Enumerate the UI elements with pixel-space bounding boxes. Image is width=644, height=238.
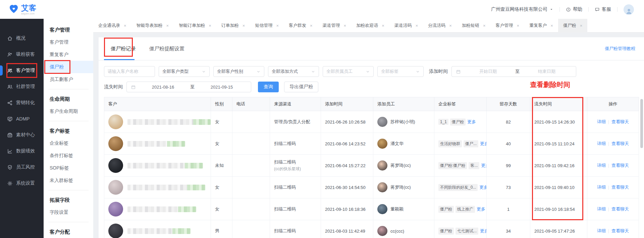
close-icon[interactable]: × bbox=[517, 23, 520, 28]
corp-tag: 僵尸粉 bbox=[438, 228, 454, 235]
detail-link[interactable]: 详细 bbox=[597, 228, 606, 233]
window-tab[interactable]: 渠道活码× bbox=[389, 19, 423, 33]
sidebar-item[interactable]: 素材中心 bbox=[0, 127, 44, 143]
close-icon[interactable]: × bbox=[166, 23, 169, 28]
detail-link[interactable]: 详细 bbox=[597, 206, 606, 211]
sidebar-item[interactable]: 员工风控 bbox=[0, 159, 44, 175]
submenu-item[interactable]: 企业标签 bbox=[44, 137, 93, 149]
actions-cell: 详细查看聊天 bbox=[587, 155, 639, 177]
view-chat-link[interactable]: 查看聊天 bbox=[611, 163, 629, 168]
close-icon[interactable]: × bbox=[276, 23, 279, 28]
lost-time-range-picker[interactable]: 2021-08-16 至 2021-09-15 bbox=[126, 82, 251, 92]
submenu-item[interactable]: 僵尸粉 bbox=[44, 61, 93, 73]
close-icon[interactable]: × bbox=[344, 23, 346, 28]
window-tab[interactable]: 加粉短链× bbox=[457, 19, 491, 33]
add-time-range-picker[interactable]: 开始日期 至 结束日期 bbox=[451, 66, 576, 77]
more-tags-link[interactable]: 更多 bbox=[479, 185, 486, 190]
retention-days-cell: 1 bbox=[487, 198, 530, 220]
sidebar-item[interactable]: 系统设置 bbox=[0, 175, 44, 191]
submenu-item[interactable]: 条件打标签 bbox=[44, 149, 93, 162]
close-icon[interactable]: × bbox=[310, 23, 313, 28]
search-button[interactable]: 查询 bbox=[258, 82, 279, 92]
view-chat-link[interactable]: 查看聊天 bbox=[611, 141, 629, 146]
filter-select[interactable]: 全部添加方式 bbox=[268, 66, 319, 77]
sidebar-item[interactable]: 数据绩效 bbox=[0, 143, 44, 159]
filter-select[interactable]: 全部客户性别 bbox=[213, 66, 264, 77]
submenu-section-title: 客户分配 bbox=[44, 226, 93, 238]
window-tab[interactable]: 客户群发× bbox=[284, 19, 318, 33]
window-tab[interactable]: 订单加粉× bbox=[216, 19, 250, 33]
user-avatar[interactable] bbox=[624, 4, 634, 15]
filter-select[interactable]: 全部标签 bbox=[377, 66, 424, 77]
window-tab[interactable]: 渠道管理× bbox=[318, 19, 352, 33]
window-tab[interactable]: 智能导表加粉× bbox=[131, 19, 174, 33]
attract-fans-icon bbox=[7, 52, 13, 57]
view-chat-link[interactable]: 查看聊天 bbox=[611, 119, 629, 124]
filter-select[interactable]: 全部客户类型 bbox=[159, 66, 210, 77]
calendar-icon bbox=[131, 85, 136, 90]
close-icon[interactable]: × bbox=[580, 23, 583, 28]
window-tab[interactable]: 短信管理× bbox=[250, 19, 284, 33]
window-tab[interactable]: 加粉欢迎语× bbox=[351, 19, 389, 33]
lost-start-date[interactable]: 2021-08-16 bbox=[138, 85, 188, 90]
panel-tab[interactable]: 僵尸粉提醒设置 bbox=[143, 37, 191, 60]
window-tab[interactable]: 僵尸粉× bbox=[558, 19, 588, 33]
customer-name-input[interactable]: 请输入客户名称 bbox=[104, 66, 155, 77]
sidebar-item[interactable]: 营销转化 bbox=[0, 95, 44, 111]
sidebar-item-label: 客户管理 bbox=[16, 67, 35, 74]
window-tab[interactable]: 客户管理× bbox=[491, 19, 525, 33]
close-icon[interactable]: × bbox=[209, 23, 211, 28]
submenu-item[interactable]: 字段设置 bbox=[44, 206, 93, 219]
close-icon[interactable]: × bbox=[449, 23, 452, 28]
tutorial-link[interactable]: 僵尸粉管理教程 bbox=[605, 46, 635, 52]
export-button[interactable]: 导出僵尸粉 bbox=[284, 82, 318, 92]
lost-end-date[interactable]: 2021-09-15 bbox=[197, 85, 247, 90]
customer-avatar bbox=[108, 224, 123, 238]
sidebar-item[interactable]: 社群管理 bbox=[0, 79, 44, 95]
close-icon[interactable]: × bbox=[550, 23, 553, 28]
range-separator: 至 bbox=[190, 84, 195, 90]
submenu-item[interactable]: 重复客户 bbox=[44, 48, 93, 61]
more-tags-link[interactable]: 更多 bbox=[477, 206, 485, 211]
scrollbar-thumb[interactable] bbox=[640, 99, 643, 148]
sidebar-item[interactable]: 吸粉获客 bbox=[0, 46, 44, 62]
view-chat-link[interactable]: 查看聊天 bbox=[611, 185, 629, 190]
more-tags-link[interactable]: 更多 bbox=[480, 228, 486, 233]
submenu-item[interactable]: 未入群标签 bbox=[44, 174, 93, 187]
window-tab[interactable]: 智能订单加粉× bbox=[174, 19, 216, 33]
submenu-item[interactable]: 客户管理 bbox=[44, 36, 93, 48]
view-chat-link[interactable]: 查看聊天 bbox=[611, 206, 629, 211]
submenu-item[interactable]: 客户生命周期 bbox=[44, 105, 93, 117]
submenu-item[interactable]: 员工删客户 bbox=[44, 73, 93, 86]
sidebar-item[interactable]: 客户管理 bbox=[0, 62, 44, 79]
staff-name: cc(ccc) bbox=[390, 229, 404, 234]
company-switcher[interactable]: 广州壹豆网络科技有限公司 bbox=[491, 6, 553, 12]
close-icon[interactable]: × bbox=[416, 23, 418, 28]
add-time-label: 添加时间 bbox=[429, 68, 448, 75]
window-tab-label: 企业通讯录 bbox=[98, 22, 120, 29]
service-button[interactable]: 客服 bbox=[595, 6, 611, 12]
actions-cell: 详细查看聊天 bbox=[587, 111, 639, 133]
more-tags-link[interactable]: 更多 bbox=[480, 141, 486, 146]
detail-link[interactable]: 详细 bbox=[597, 185, 606, 190]
window-tab[interactable]: 重复客户× bbox=[524, 19, 558, 33]
panel-tab[interactable]: 僵尸粉记录 bbox=[104, 37, 143, 60]
detail-link[interactable]: 详细 bbox=[597, 141, 606, 146]
view-chat-link[interactable]: 查看聊天 bbox=[611, 228, 629, 233]
more-tags-link[interactable]: 更多 bbox=[467, 119, 476, 124]
detail-link[interactable]: 详细 bbox=[597, 119, 606, 124]
sidebar-item[interactable]: ADMP bbox=[0, 111, 44, 127]
more-tags-link[interactable]: 更多 bbox=[481, 163, 486, 168]
close-icon[interactable]: × bbox=[124, 23, 126, 28]
sidebar-item[interactable]: 概况 bbox=[0, 30, 44, 46]
blur-segment-green bbox=[178, 206, 196, 212]
filter-select[interactable]: 全部所属员工 bbox=[323, 66, 374, 77]
submenu-item[interactable]: SOP标签 bbox=[44, 162, 93, 174]
close-icon[interactable]: × bbox=[483, 23, 486, 28]
window-tab[interactable]: 企业通讯录× bbox=[93, 19, 131, 33]
window-tab[interactable]: 分流活码× bbox=[423, 19, 457, 33]
detail-link[interactable]: 详细 bbox=[597, 163, 606, 168]
close-icon[interactable]: × bbox=[382, 23, 384, 28]
help-button[interactable]: 帮助 bbox=[566, 6, 582, 12]
close-icon[interactable]: × bbox=[243, 23, 245, 28]
